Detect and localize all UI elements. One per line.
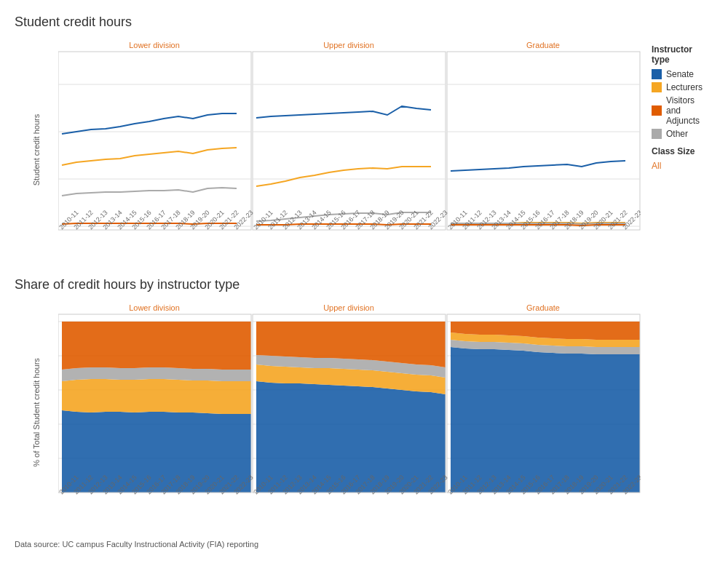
- class-size-value: All: [652, 161, 706, 171]
- legend-senate-label: Senate: [666, 69, 694, 79]
- chart2-svg: Lower division Upper division Graduate 0…: [58, 300, 641, 525]
- panel5-label: Upper division: [323, 303, 374, 312]
- chart2-yaxis: % of Total Student credit hours: [15, 300, 58, 525]
- panel1-label: Lower division: [129, 41, 180, 49]
- legend-item-senate: Senate: [652, 69, 706, 79]
- legend-item-lecturers: Lecturers: [652, 82, 706, 92]
- visitors-swatch: [652, 105, 662, 116]
- legend: Instructor type Senate Lecturers Visitor…: [641, 37, 713, 263]
- senate-swatch: [652, 69, 662, 79]
- chart2-yaxis-label: % of Total Student credit hours: [32, 358, 41, 467]
- chart1-panels: Lower division 0M 1M 2M 3M Upper di: [58, 37, 641, 263]
- panel4-label: Lower division: [129, 303, 180, 312]
- legend-item-visitors: Visitors and Adjuncts: [652, 95, 706, 126]
- lecturers-swatch: [652, 82, 662, 92]
- legend-class-size: Class Size All: [652, 146, 706, 171]
- legend-item-other: Other: [652, 129, 706, 139]
- svg-rect-14: [447, 52, 640, 230]
- chart1-yaxis-label: Student credit hours: [32, 114, 41, 186]
- chart1-section: Student credit hours Lower division 0M 1…: [15, 37, 713, 263]
- svg-marker-92: [451, 347, 640, 493]
- svg-rect-0: [58, 52, 251, 230]
- chart2-title: Share of credit hours by instructor type: [15, 277, 713, 292]
- chart2-legend-spacer: [641, 300, 713, 525]
- chart2-section: % of Total Student credit hours Lower di…: [15, 300, 713, 525]
- chart1-svg: Lower division 0M 1M 2M 3M Upper di: [58, 37, 641, 263]
- svg-marker-83: [62, 379, 251, 414]
- chart2-panels: Lower division Upper division Graduate 0…: [58, 300, 641, 525]
- panel2-label: Upper division: [323, 41, 374, 49]
- svg-marker-85: [62, 322, 251, 370]
- legend-visitors-label: Visitors and Adjuncts: [666, 95, 706, 126]
- legend-title: Instructor type: [652, 44, 706, 65]
- chart1-yaxis: Student credit hours: [15, 37, 58, 263]
- svg-rect-9: [253, 52, 446, 230]
- class-size-title: Class Size: [652, 146, 706, 156]
- data-source: Data source: UC campus Faculty Instructi…: [15, 540, 713, 549]
- chart1-title: Student credit hours: [15, 15, 713, 30]
- legend-lecturers-label: Lecturers: [666, 82, 703, 92]
- legend-other-label: Other: [666, 129, 688, 139]
- other-swatch: [652, 129, 662, 139]
- panel3-label: Graduate: [526, 41, 560, 49]
- panel6-label: Graduate: [526, 303, 560, 312]
